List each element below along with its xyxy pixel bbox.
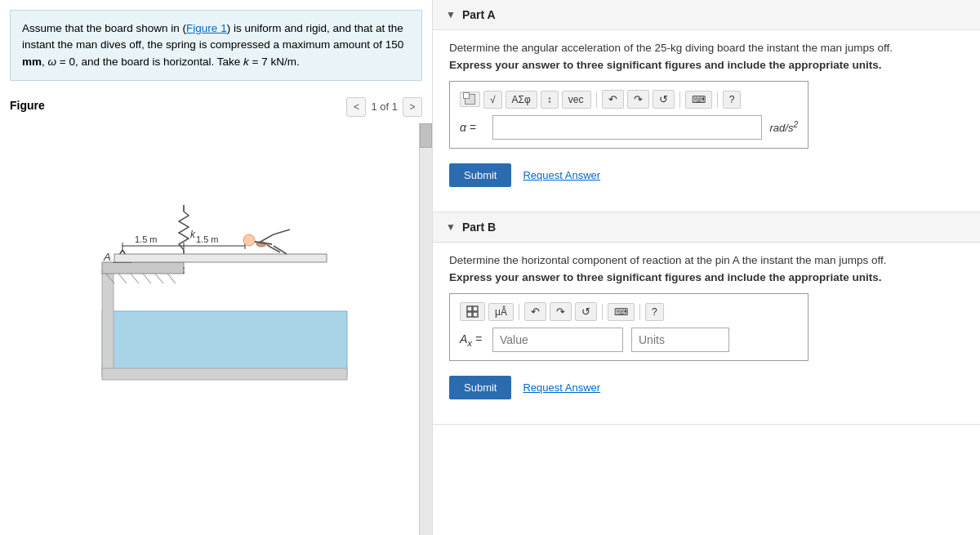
part-a-description: Determine the angular acceleration of th… — [449, 42, 964, 54]
figure-prev-button[interactable]: < — [346, 97, 366, 117]
part-a-answer-box: √ ΑΣφ ↕ vec ↶ ↷ ↺ ⌨ — [449, 81, 808, 149]
part-a-toolbar-block-btn[interactable] — [460, 91, 480, 107]
part-a-submit-button[interactable]: Submit — [449, 163, 511, 187]
problem-text-1: Assume that the board shown in ( — [22, 22, 186, 34]
part-a-title: Part A — [462, 8, 496, 21]
part-a-section: ▼ Part A Determine the angular accelerat… — [433, 0, 980, 212]
svg-line-8 — [155, 274, 163, 283]
part-a-toolbar-keyboard-btn[interactable]: ⌨ — [685, 91, 712, 109]
figure-nav: < 1 of 1 > — [346, 97, 422, 117]
part-b-toolbar: μÂ ↶ ↷ ↺ ⌨ ? — [460, 302, 798, 321]
figure-illustration: A k 1.5 m 1.5 m — [10, 123, 422, 385]
part-a-instruction: Express your answer to three significant… — [449, 59, 964, 71]
part-a-toolbar-refresh-btn[interactable]: ↺ — [653, 90, 675, 109]
part-a-toolbar-undo-btn[interactable]: ↶ — [602, 90, 624, 109]
svg-rect-1 — [102, 270, 114, 377]
part-a-toolbar: √ ΑΣφ ↕ vec ↶ ↷ ↺ ⌨ — [460, 90, 798, 109]
part-b-toolbar-divider-3 — [639, 304, 640, 320]
svg-text:k: k — [190, 229, 196, 240]
part-a-request-answer-link[interactable]: Request Answer — [523, 169, 600, 181]
part-b-request-answer-link[interactable]: Request Answer — [523, 381, 600, 394]
part-b-toolbar-help-btn[interactable]: ? — [645, 303, 664, 321]
part-b-toolbar-divider-1 — [519, 304, 519, 320]
part-b-toolbar-undo-btn[interactable]: ↶ — [524, 302, 546, 321]
svg-line-5 — [118, 274, 127, 283]
toolbar-divider-1 — [596, 91, 597, 108]
svg-line-7 — [143, 274, 151, 283]
part-a-content: Determine the angular acceleration of th… — [433, 30, 980, 198]
scrollbar[interactable] — [419, 123, 432, 535]
svg-text:1.5 m: 1.5 m — [196, 234, 219, 244]
svg-rect-0 — [102, 311, 347, 377]
part-b-answer-box: μÂ ↶ ↷ ↺ ⌨ ? Ax = — [449, 293, 808, 361]
part-a-answer-label: α = — [460, 121, 484, 134]
part-a-toolbar-aso-btn[interactable]: ΑΣφ — [506, 91, 537, 109]
figure-next-button[interactable]: > — [403, 97, 422, 117]
part-a-toolbar-sqrt-btn[interactable]: √ — [483, 91, 502, 109]
grid-icon — [466, 305, 479, 318]
part-b-title: Part B — [462, 221, 496, 234]
part-b-section: ▼ Part B Determine the horizontal compon… — [433, 212, 980, 425]
part-a-answer-unit: rad/s2 — [770, 120, 798, 134]
part-b-content: Determine the horizontal component of re… — [433, 243, 980, 411]
svg-rect-2 — [102, 368, 347, 380]
part-a-toolbar-updown-btn[interactable]: ↕ — [541, 91, 559, 109]
svg-rect-33 — [467, 312, 472, 317]
part-b-header[interactable]: ▼ Part B — [433, 212, 980, 243]
part-b-arrow: ▼ — [446, 221, 456, 233]
toolbar-divider-2 — [679, 91, 680, 108]
part-b-toolbar-keyboard-btn[interactable]: ⌨ — [608, 303, 635, 321]
part-a-answer-input[interactable] — [492, 115, 762, 140]
figure-area: Figure < 1 of 1 > — [0, 91, 432, 535]
svg-text:A: A — [103, 251, 111, 263]
svg-point-24 — [243, 234, 255, 246]
toolbar-divider-3 — [717, 91, 718, 108]
part-b-units-input[interactable] — [631, 328, 729, 352]
right-panel: ▼ Part A Determine the angular accelerat… — [433, 0, 980, 535]
problem-statement: Assume that the board shown in (Figure 1… — [10, 10, 422, 81]
part-a-toolbar-help-btn[interactable]: ? — [723, 91, 742, 109]
figure-label: Figure — [10, 99, 45, 112]
left-panel: Assume that the board shown in (Figure 1… — [0, 0, 433, 535]
part-b-toolbar-grid-btn[interactable] — [460, 302, 485, 321]
svg-rect-3 — [102, 262, 184, 274]
part-b-toolbar-divider-2 — [602, 304, 603, 320]
part-b-submit-row: Submit Request Answer — [449, 376, 964, 399]
part-b-answer-label: Ax = — [460, 332, 484, 348]
part-b-toolbar-refresh-btn[interactable]: ↺ — [575, 302, 597, 321]
svg-line-27 — [274, 230, 290, 234]
part-a-arrow: ▼ — [446, 9, 456, 20]
figure-svg: A k 1.5 m 1.5 m — [53, 123, 380, 385]
figure-page: 1 of 1 — [371, 100, 398, 113]
part-b-submit-button[interactable]: Submit — [449, 376, 511, 399]
svg-rect-32 — [473, 306, 478, 311]
figure-link[interactable]: Figure 1 — [186, 22, 227, 34]
part-a-submit-row: Submit Request Answer — [449, 163, 964, 187]
svg-text:1.5 m: 1.5 m — [135, 234, 158, 244]
part-a-toolbar-vec-btn[interactable]: vec — [562, 91, 591, 109]
part-b-value-input[interactable] — [492, 328, 623, 352]
svg-rect-31 — [467, 306, 472, 311]
part-a-header[interactable]: ▼ Part A — [433, 0, 980, 30]
svg-line-9 — [167, 274, 176, 283]
svg-rect-34 — [473, 312, 478, 317]
part-b-description: Determine the horizontal component of re… — [449, 254, 964, 266]
svg-line-26 — [259, 234, 274, 243]
part-b-answer-row: Ax = — [460, 328, 798, 352]
part-a-answer-row: α = rad/s2 — [460, 115, 798, 140]
part-a-toolbar-redo-btn[interactable]: ↷ — [627, 90, 649, 109]
scroll-thumb[interactable] — [420, 123, 432, 148]
part-b-instruction: Express your answer to three significant… — [449, 271, 964, 283]
part-b-toolbar-mu-btn[interactable]: μÂ — [488, 303, 514, 321]
svg-rect-15 — [114, 254, 327, 262]
svg-line-6 — [131, 274, 139, 283]
part-b-toolbar-redo-btn[interactable]: ↷ — [550, 302, 572, 321]
